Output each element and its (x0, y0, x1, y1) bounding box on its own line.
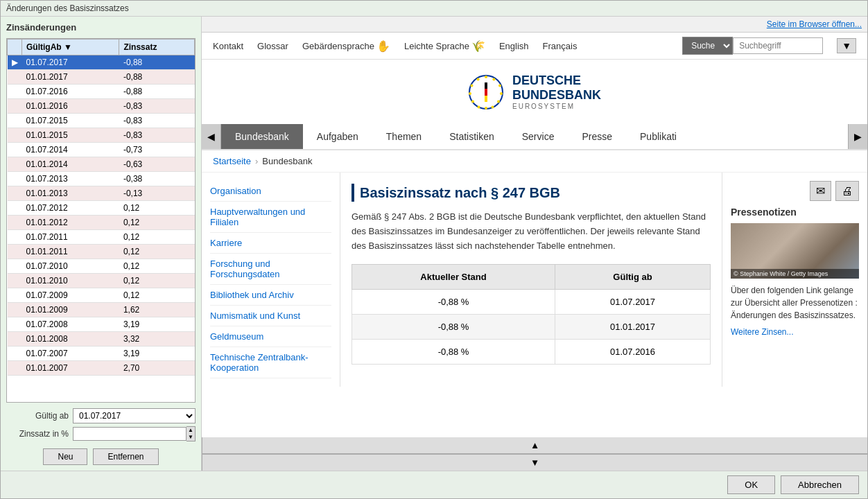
sidebar-menu-item[interactable]: Organisation (210, 181, 331, 202)
logo-emblem (468, 74, 504, 110)
row-rate: -0,63 (119, 157, 195, 172)
sidebar-menu-item[interactable]: Karriere (210, 233, 331, 254)
table-row[interactable]: 01.01.2015 -0,83 (8, 128, 195, 143)
article-title: Basiszinssatz nach § 247 BGB (351, 184, 711, 202)
table-row[interactable]: 01.01.2017 -0,88 (8, 70, 195, 85)
web-scroll-down[interactable]: ▼ (202, 454, 867, 471)
table-row[interactable]: 01.07.2006 1,95 (8, 376, 195, 379)
table-row[interactable]: 01.07.2007 3,19 (8, 347, 195, 361)
nav-scroll-right[interactable]: ▶ (848, 124, 867, 149)
bottom-bar: OK Abbrechen (1, 471, 867, 498)
svg-rect-15 (485, 89, 487, 96)
abbrechen-button[interactable]: Abbrechen (781, 475, 859, 494)
zinssatz-input[interactable]: -0,88 (73, 427, 186, 441)
window-title: Änderungen des Basiszinssatzes (6, 3, 129, 13)
breadcrumb-startseite[interactable]: Startseite (213, 156, 251, 166)
mail-icon-btn[interactable]: ✉ (810, 181, 831, 201)
spin-down[interactable]: ▼ (186, 434, 195, 441)
col-zinssatz[interactable]: Zinssatz (119, 40, 195, 55)
main-nav-item[interactable]: Publikati (626, 124, 691, 149)
sidebar-menu-item[interactable]: Bibliothek und Archiv (210, 285, 331, 306)
main-nav-item[interactable]: Aufgaben (303, 124, 372, 149)
sidebar-menu-item[interactable]: Technische Zentralbank-Kooperation (210, 347, 331, 378)
row-indicator (8, 303, 22, 317)
svg-point-8 (477, 105, 480, 108)
row-indicator (8, 157, 22, 172)
main-nav-item[interactable]: Themen (372, 124, 435, 149)
col-gueltig-ab[interactable]: GültigAb ▼ (22, 40, 119, 55)
table-row[interactable]: 01.01.2010 0,12 (8, 274, 195, 288)
row-indicator (8, 245, 22, 259)
gueltig-ab-input[interactable]: 01.07.2017 (73, 408, 196, 423)
row-rate: 2,70 (119, 361, 195, 376)
svg-point-3 (498, 84, 501, 87)
row-indicator (8, 114, 22, 128)
search-select[interactable]: Suche (682, 37, 733, 55)
table-row[interactable]: 01.07.2013 -0,38 (8, 172, 195, 186)
sidebar-menu-item[interactable]: Geldmuseum (210, 326, 331, 347)
table-row[interactable]: 01.01.2007 2,70 (8, 361, 195, 376)
sidebar-menu-item[interactable]: Forschung und Forschungsdaten (210, 254, 331, 285)
nav-scroll-left[interactable]: ◀ (202, 124, 221, 149)
row-date: 01.01.2015 (22, 128, 119, 143)
print-icon-btn[interactable]: 🖨 (835, 181, 859, 201)
logo-bundesbank: BUNDESBANK (512, 88, 601, 103)
table-row[interactable]: 01.07.2010 0,12 (8, 259, 195, 274)
main-nav-item[interactable]: Presse (568, 124, 626, 149)
table-scroll-area[interactable]: GültigAb ▼ Zinssatz ▶ 01.07.2017 -0,88 0… (7, 39, 195, 378)
bundesbank-logo: DEUTSCHE BUNDESBANK EUROSYSTEM (468, 73, 601, 110)
gueltig-ab-label: Gültig ab (6, 411, 69, 421)
rates-table: Aktueller Stand Gültig ab -0,88 % 01.07.… (351, 264, 711, 365)
row-date: 01.01.2010 (22, 274, 119, 288)
table-row[interactable]: 01.07.2008 3,19 (8, 317, 195, 332)
data-table-container: GültigAb ▼ Zinssatz ▶ 01.07.2017 -0,88 0… (6, 38, 196, 403)
table-row[interactable]: ▶ 01.07.2017 -0,88 (8, 55, 195, 70)
nav-kontakt[interactable]: Kontakt (213, 41, 243, 51)
nav-francais[interactable]: Français (543, 41, 578, 51)
entfernen-button[interactable]: Entfernen (93, 448, 158, 465)
sidebar-menu-item[interactable]: Numismatik und Kunst (210, 306, 331, 326)
svg-rect-14 (485, 82, 487, 89)
topnav-scroll-down[interactable]: ▼ (837, 38, 856, 53)
sidebar-menu-item[interactable]: Hauptverwaltungen und Filialen (210, 202, 331, 233)
nav-glossar[interactable]: Glossar (257, 41, 288, 51)
more-link[interactable]: Weitere Zinsen... (731, 327, 859, 337)
table-row[interactable]: 01.07.2011 0,12 (8, 230, 195, 245)
table-row[interactable]: 01.01.2009 1,62 (8, 303, 195, 317)
nav-english[interactable]: English (499, 41, 529, 51)
table-row[interactable]: 01.07.2016 -0,88 (8, 85, 195, 99)
table-row[interactable]: 01.01.2014 -0,63 (8, 157, 195, 172)
open-browser-link[interactable]: Seite im Browser öffnen... (767, 19, 862, 29)
row-rate: 0,12 (119, 274, 195, 288)
row-date: 01.01.2011 (22, 245, 119, 259)
table-row[interactable]: 01.01.2012 0,12 (8, 216, 195, 230)
col-indicator (8, 40, 22, 55)
web-content[interactable]: Kontakt Glossar Gebärdensprache ✋ Leicht… (202, 33, 867, 437)
main-nav-item[interactable]: Service (508, 124, 568, 149)
row-indicator (8, 317, 22, 332)
table-row[interactable]: 01.07.2009 0,12 (8, 288, 195, 303)
logo-eurosystem: EUROSYSTEM (512, 103, 601, 110)
web-scroll-up[interactable]: ▲ (202, 437, 867, 454)
row-rate: 0,12 (119, 245, 195, 259)
table-row[interactable]: 01.01.2016 -0,83 (8, 99, 195, 114)
table-row[interactable]: 01.07.2015 -0,83 (8, 114, 195, 128)
table-row[interactable]: 01.07.2012 0,12 (8, 201, 195, 216)
ok-button[interactable]: OK (727, 475, 775, 494)
neu-button[interactable]: Neu (43, 448, 87, 465)
row-date: 01.07.2014 (22, 143, 119, 157)
table-row[interactable]: 01.01.2008 3,32 (8, 332, 195, 347)
row-date: 01.07.2007 (22, 347, 119, 361)
table-row[interactable]: 01.07.2014 -0,73 (8, 143, 195, 157)
nav-gebaerdensprache[interactable]: Gebärdensprache ✋ (302, 40, 390, 53)
main-nav-item[interactable]: Bundesbank (221, 124, 303, 149)
zinssatz-row: Zinssatz in % -0,88 ▲ ▼ (6, 426, 196, 441)
spin-up[interactable]: ▲ (186, 427, 195, 434)
table-row[interactable]: 01.01.2013 -0,13 (8, 186, 195, 201)
search-input[interactable] (733, 37, 823, 54)
main-nav-item[interactable]: Statistiken (435, 124, 508, 149)
nav-leichte-sprache[interactable]: Leichte Sprache 🌾 (404, 40, 485, 53)
table-row[interactable]: 01.01.2011 0,12 (8, 245, 195, 259)
row-date: 01.07.2017 (22, 55, 119, 70)
breadcrumb-bundesbank: Bundesbank (262, 156, 312, 166)
